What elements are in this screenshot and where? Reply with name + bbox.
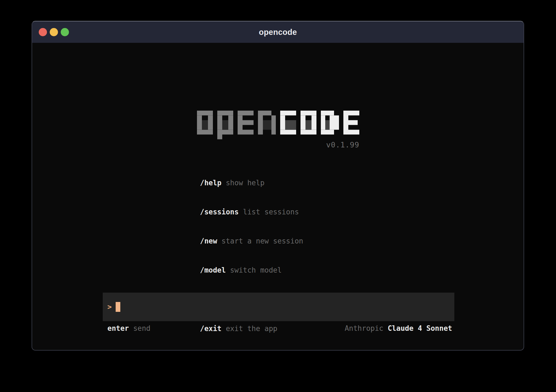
zoom-button[interactable] [61, 28, 69, 36]
command-description: switch model [226, 266, 282, 274]
key-hint-key: enter [107, 324, 129, 332]
model-indicator: Anthropic Claude 4 Sonnet [345, 324, 452, 332]
command-name: /new [200, 237, 217, 245]
prompt-input[interactable]: > [103, 293, 454, 321]
command-row: /model switch model [200, 265, 303, 275]
text-cursor [116, 302, 120, 312]
prompt-symbol: > [107, 303, 112, 311]
opencode-logo: opencode [197, 111, 359, 149]
command-row: /new start a new session [200, 236, 303, 246]
command-name: /help [200, 179, 221, 187]
version-label: v0.1.99 [197, 140, 359, 149]
command-name: /model [200, 266, 226, 274]
window-title: opencode [32, 28, 524, 37]
window-titlebar[interactable]: opencode [32, 21, 524, 43]
command-list: /help show help /sessions list sessions … [200, 159, 303, 351]
app-window: opencode opencode [32, 21, 524, 351]
logo-word-open [197, 111, 276, 139]
traffic-lights [39, 21, 69, 43]
key-hint-action: send [129, 324, 150, 332]
model-provider: Anthropic [345, 324, 383, 332]
status-bar: enter send Anthropic Claude 4 Sonnet [103, 323, 454, 334]
command-description: show help [221, 179, 265, 187]
minimize-button[interactable] [50, 28, 58, 36]
command-name: /sessions [200, 208, 239, 216]
logo-word-code [280, 111, 359, 135]
close-button[interactable] [39, 28, 47, 36]
command-description: list sessions [239, 208, 299, 216]
opencode-logo-graphic [197, 111, 359, 139]
desktop: { "window": { "title": "opencode" }, "lo… [0, 0, 556, 392]
model-name: Claude 4 Sonnet [383, 324, 452, 332]
command-description: start a new session [217, 237, 303, 245]
key-hint: enter send [107, 324, 151, 332]
command-row: /sessions list sessions [200, 207, 303, 217]
command-row: /help show help [200, 178, 303, 188]
